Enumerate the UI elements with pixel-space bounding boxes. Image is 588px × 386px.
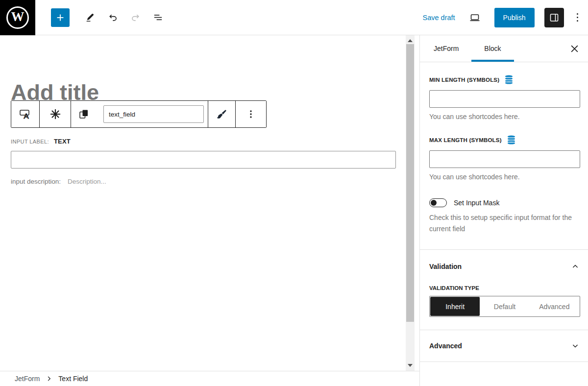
min-length-input[interactable] [429,90,580,108]
wordpress-logo[interactable]: W [0,0,35,35]
validation-type-control: Inherit Default Advanced [429,296,580,317]
form-text-input-preview[interactable] [11,151,396,169]
scroll-down-arrow-icon[interactable] [408,364,413,367]
settings-sidebar: JetForm Block MIN LENGTH (SYMBOLS) [419,35,588,386]
advanced-section-title: Advanced [429,342,462,350]
brush-icon [216,108,228,121]
kebab-icon [577,13,579,15]
sidebar-icon [548,12,560,24]
block-options-button[interactable] [236,101,266,127]
breadcrumb-jetform[interactable]: JetForm [15,375,40,383]
sidebar-tabs: JetForm Block [420,35,588,62]
undo-button[interactable] [103,8,122,27]
ellipsis-vertical-icon [245,108,257,120]
form-field-description-row: input description: Description... [11,178,106,185]
close-icon [570,45,579,53]
edit-mode-button[interactable] [80,8,100,27]
input-mask-label: Set Input Mask [454,199,499,207]
max-length-input[interactable] [429,150,580,168]
form-field-label-row: INPUT LABEL: TEXT [11,138,71,145]
copy-icon[interactable] [78,108,90,120]
scrollbar-thumb[interactable] [406,44,414,322]
clear-style-button[interactable] [208,101,236,127]
svg-text:A: A [24,112,28,120]
header-actions: Save draft Publish [422,8,588,27]
settings-panel-toggle[interactable] [544,8,564,27]
input-label-value[interactable]: TEXT [54,138,71,145]
advanced-section-header[interactable]: Advanced [429,330,580,362]
input-description-prefix: input description: [11,178,61,185]
max-length-label-row: MAX LENGTH (SYMBOLS) [429,135,580,145]
sidebar-content: MIN LENGTH (SYMBOLS) You ca [420,62,588,362]
text-field-block-icon: A [19,108,32,121]
block-toolbar: A [11,100,267,128]
input-mask-toggle[interactable] [429,198,447,207]
toggle-knob [431,200,437,206]
publish-button[interactable]: Publish [494,8,535,27]
required-toggle-button[interactable] [40,101,71,127]
redo-button[interactable] [125,8,145,27]
block-type-button[interactable]: A [11,101,40,127]
preview-button[interactable] [465,8,485,27]
wordpress-logo-letter: W [11,9,24,24]
redo-icon [130,12,141,23]
chevron-up-icon [570,262,580,271]
validation-type-label: VALIDATION TYPE [429,285,580,291]
block-inserter-button[interactable] [51,8,70,27]
max-length-label: MAX LENGTH (SYMBOLS) [429,137,502,143]
chevron-down-icon [570,341,580,351]
min-length-control: MIN LENGTH (SYMBOLS) You ca [429,75,580,121]
canvas-scrollbar[interactable] [406,35,415,371]
breadcrumb: JetForm Text Field [0,371,419,386]
max-length-control: MAX LENGTH (SYMBOLS) You ca [429,135,580,181]
document-overview-button[interactable] [148,8,168,27]
dynamic-data-database-icon[interactable] [507,135,516,145]
tab-jetform[interactable]: JetForm [421,35,471,62]
plus-icon [55,12,66,23]
editor-canvas: Add title A [0,35,419,371]
save-draft-button[interactable]: Save draft [422,14,455,22]
undo-icon [107,12,119,23]
close-sidebar-button[interactable] [565,40,583,57]
editor-top-bar: W Save draft [0,0,588,35]
section-divider [420,362,588,362]
max-length-help: You can use shortcodes here. [429,173,580,181]
field-name-input[interactable] [103,105,204,123]
validation-section-title: Validation [429,263,462,270]
input-description-placeholder[interactable]: Description... [68,178,106,185]
pencil-icon [85,12,96,23]
field-name-cell [71,101,208,127]
input-label-prefix: INPUT LABEL: [11,139,49,145]
min-length-label-row: MIN LENGTH (SYMBOLS) [429,75,580,84]
validation-section-header[interactable]: Validation [429,250,580,271]
asterisk-icon [49,108,62,121]
scroll-up-arrow-icon[interactable] [408,39,413,42]
chevron-right-icon [46,376,52,382]
min-length-help: You can use shortcodes here. [429,113,580,121]
validation-option-inherit[interactable]: Inherit [430,297,480,316]
list-view-icon [152,12,164,23]
tab-block[interactable]: Block [471,35,514,62]
options-menu-button[interactable] [574,10,582,25]
dynamic-data-database-icon[interactable] [504,75,514,84]
min-length-label: MIN LENGTH (SYMBOLS) [429,77,499,83]
validation-option-default[interactable]: Default [480,297,529,316]
validation-option-advanced[interactable]: Advanced [530,297,579,316]
laptop-icon [469,12,481,24]
input-mask-toggle-row: Set Input Mask [429,198,580,207]
breadcrumb-text-field[interactable]: Text Field [58,375,88,383]
input-mask-help: Check this to setup specific input forma… [429,212,576,235]
wordpress-logo-icon: W [6,6,29,29]
